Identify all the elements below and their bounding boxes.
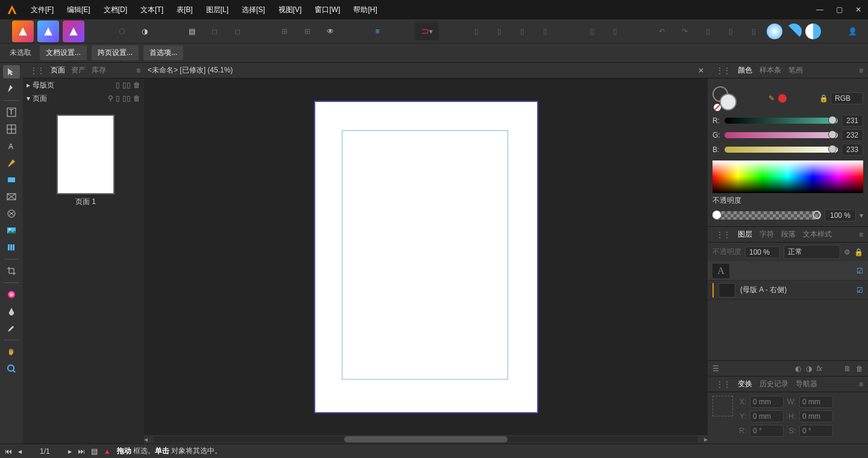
master-pages-row[interactable]: ▸ 母版页 ▯ ▯▯ 🗑 [23,78,144,92]
tb-shape-icon[interactable]: ◻ [228,22,247,40]
tab-assets[interactable]: 资产 [71,65,86,75]
r-input[interactable]: 0 ° [750,425,784,437]
tab-transform[interactable]: 变换 [738,379,752,389]
lock-icon[interactable]: 🔒 [854,248,863,256]
y-input[interactable]: 0 mm [750,410,784,422]
page-1-thumbnail[interactable] [57,115,115,194]
w-input[interactable]: 0 mm [799,396,833,408]
close-document-icon[interactable]: ✕ [698,66,704,75]
tb-align-icon[interactable]: ≡ [368,22,387,40]
persona-publisher-icon[interactable] [12,21,34,42]
zoom-tool[interactable] [3,362,20,375]
persona-designer-icon[interactable] [37,21,59,42]
layers-icon[interactable]: ☰ [712,364,719,373]
color-mode-select[interactable]: RGB [831,92,863,104]
menu-file[interactable]: 文件[F] [24,0,60,19]
adjust-icon[interactable]: ◑ [806,364,812,373]
tb-more-icon[interactable]: ▯ [744,22,763,40]
layer-opacity-select[interactable]: 100 % [745,246,780,258]
add-layer-icon[interactable]: 🗎 [844,364,851,373]
tb-rotate-r-icon[interactable]: ↷ [675,22,694,40]
spread-settings-button[interactable]: 跨页设置... [92,45,139,60]
single-page-icon[interactable]: ▯ [116,81,120,89]
layer-row-master[interactable]: (母版 A - 右侧) ☑ [708,281,868,300]
tb-lock-icon[interactable]: ⊞ [298,22,317,40]
tb-ungroup-icon[interactable]: ▯ [721,22,740,40]
recent-color-icon[interactable] [778,94,787,103]
opacity-dropdown-icon[interactable]: ▾ [860,211,863,220]
tab-stroke[interactable]: 笔画 [788,65,803,75]
tab-stock[interactable]: 库存 [92,65,106,75]
b-slider[interactable] [725,147,838,153]
facing-page-icon[interactable]: ▯▯ [122,94,131,103]
canvas[interactable] [144,78,708,435]
tb-snap-toggle[interactable]: ⊃▾ [415,22,439,40]
swatch-3-icon[interactable] [805,24,821,39]
alert-icon[interactable]: ▲ [104,447,111,456]
delete-icon[interactable]: 🗑 [133,81,140,89]
swatch-2-icon[interactable] [786,24,802,39]
tab-history[interactable]: 历史记录 [760,379,788,389]
delete-icon[interactable]: 🗑 [133,94,140,103]
none-color-icon[interactable] [714,104,721,111]
tb-forward-icon[interactable]: ▯ [512,22,532,40]
ellipse-frame-tool[interactable] [3,207,20,220]
rectangle-tool[interactable] [3,173,20,186]
tb-backward-icon[interactable]: ▯ [489,22,509,40]
doc-settings-button[interactable]: 文档设置... [40,45,87,60]
menu-view[interactable]: 视图[V] [272,0,309,19]
panel-grip-icon[interactable]: ⋮⋮ [716,231,731,239]
next-page-icon[interactable]: ▸ [68,447,72,456]
tab-color[interactable]: 颜色 [738,65,752,75]
tb-front-icon[interactable]: ▯ [535,22,555,40]
transparency-tool[interactable] [3,305,20,318]
tb-wrap-icon[interactable]: ◑ [135,22,154,40]
tab-navigator[interactable]: 导航器 [796,379,817,389]
x-input[interactable]: 0 mm [750,396,784,408]
table-tool[interactable] [3,122,20,136]
tab-paragraph[interactable]: 段落 [781,229,796,240]
g-value[interactable]: 232 [841,129,863,141]
visibility-checkbox[interactable]: ☑ [857,267,863,275]
r-slider[interactable] [725,118,838,124]
tb-preview-icon[interactable]: 👁 [321,22,340,40]
tb-fliph-icon[interactable]: ▯ [582,22,602,40]
menu-window[interactable]: 窗口[W] [308,0,347,19]
swatch-1-icon[interactable] [767,24,782,39]
hand-tool[interactable] [3,345,20,358]
panel-grip-icon[interactable]: ⋮⋮ [716,66,731,75]
h-input[interactable]: 0 mm [799,410,833,422]
crop-tool[interactable] [3,264,20,278]
delete-layer-icon[interactable]: 🗑 [856,364,863,373]
menu-document[interactable]: 文档[D] [97,0,134,19]
tb-group-icon[interactable]: ▯ [698,22,717,40]
layer-row-text[interactable]: A ☑ [708,261,868,281]
find-icon[interactable]: ⚲ [108,94,113,103]
persona-photo-icon[interactable] [63,21,84,42]
tab-text-styles[interactable]: 文本样式 [803,229,832,240]
prev-page-icon[interactable]: ◂ [18,447,22,456]
maximize-button[interactable]: ▢ [829,0,849,19]
menu-help[interactable]: 帮助[H] [347,0,383,19]
data-merge-tool[interactable] [3,241,20,254]
panel-menu-icon[interactable]: ≡ [859,231,863,239]
facing-page-icon[interactable]: ▯▯ [122,81,131,89]
first-page-icon[interactable]: ⏮ [5,447,12,456]
g-slider[interactable] [725,132,838,138]
menu-edit[interactable]: 编辑[E] [60,0,97,19]
menu-layer[interactable]: 图层[L] [200,0,235,19]
pages-row[interactable]: ▾ 页面 ⚲ ▯ ▯▯ 🗑 [23,92,144,105]
single-page-icon[interactable]: ▯ [116,94,120,103]
node-tool[interactable] [3,82,20,95]
account-icon[interactable]: 👤 [843,22,862,40]
tab-pages[interactable]: 页面 [51,65,65,75]
page-list-icon[interactable]: ▤ [91,447,98,456]
tab-layers[interactable]: 图层 [738,229,752,240]
menu-select[interactable]: 选择[S] [235,0,272,19]
s-input[interactable]: 0 ° [799,425,833,437]
hue-spectrum[interactable] [712,161,863,193]
horizontal-scrollbar[interactable]: ◂ ▸ [144,435,708,444]
tb-rotate-l-icon[interactable]: ↶ [652,22,671,40]
mask-icon[interactable]: ◐ [795,364,801,373]
tab-swatches[interactable]: 样本条 [760,65,781,75]
